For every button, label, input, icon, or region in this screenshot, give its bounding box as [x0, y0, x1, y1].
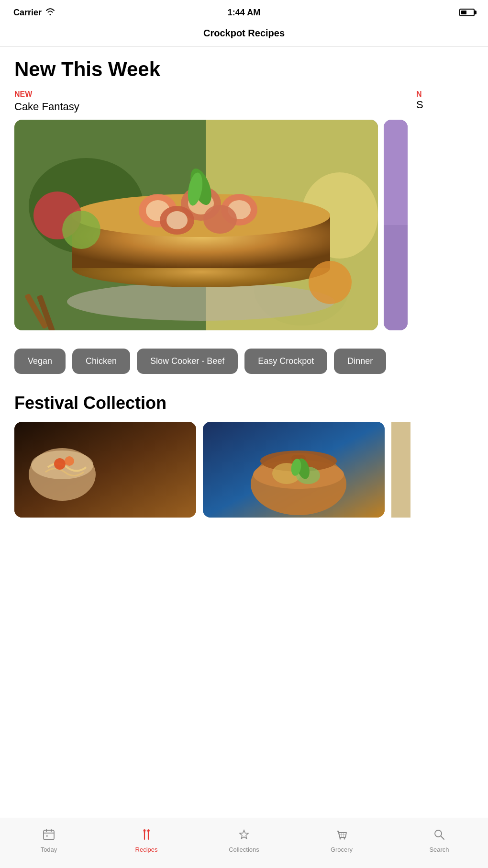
festival-card-1[interactable]	[14, 422, 196, 518]
festival-collection-section: Festival Collection	[0, 383, 488, 525]
tab-today-label: Today	[41, 846, 57, 853]
recipe-badge-secondary: N	[416, 90, 422, 99]
recipe-info-primary: NEW Cake Fantasy	[14, 90, 416, 120]
svg-rect-41	[391, 422, 410, 518]
battery-indicator	[459, 9, 475, 16]
svg-line-52	[441, 836, 444, 840]
festival-collection-title: Festival Collection	[14, 393, 474, 413]
recipe-info-secondary: N S	[416, 90, 445, 120]
svg-point-50	[344, 838, 345, 840]
tag-easy-crockpot[interactable]: Easy Crockpot	[244, 349, 327, 374]
svg-rect-26	[384, 120, 408, 225]
tag-slow-cooker-beef[interactable]: Slow Cooker - Beef	[137, 349, 238, 374]
recipe-badge-new: NEW	[14, 90, 416, 99]
svg-point-49	[340, 838, 341, 840]
new-this-week-title: New This Week	[14, 58, 474, 80]
recipe-card-peek[interactable]	[384, 120, 408, 330]
festival-card-2[interactable]	[203, 422, 385, 518]
tab-collections[interactable]: Collections	[195, 824, 293, 853]
svg-point-5	[67, 282, 335, 321]
tab-collections-label: Collections	[229, 846, 259, 853]
svg-point-22	[309, 261, 352, 304]
svg-point-16	[166, 211, 188, 229]
svg-point-31	[65, 456, 74, 466]
wifi-icon	[45, 8, 55, 17]
status-bar: Carrier 1:44 AM	[0, 0, 488, 23]
recipe-name-primary: Cake Fantasy	[14, 101, 416, 113]
recipe-name-secondary: S	[416, 99, 423, 111]
search-icon	[431, 826, 448, 843]
tab-today[interactable]: Today	[0, 824, 98, 853]
tag-dinner[interactable]: Dinner	[334, 349, 386, 374]
recipe-labels-row: NEW Cake Fantasy N S	[14, 90, 474, 120]
svg-rect-42	[44, 830, 54, 840]
svg-point-21	[62, 211, 100, 249]
today-icon	[40, 826, 57, 843]
svg-point-17	[203, 205, 237, 234]
tab-recipes[interactable]: Recipes	[98, 824, 195, 853]
carrier-info: Carrier	[13, 8, 55, 18]
recipe-cards-section: NEW Cake Fantasy N S	[0, 84, 488, 334]
new-this-week-header: New This Week	[0, 47, 488, 84]
festival-card-peek[interactable]	[391, 422, 410, 518]
tags-container: Vegan Chicken Slow Cooker - Beef Easy Cr…	[0, 334, 488, 383]
svg-point-30	[54, 458, 66, 470]
cake-image	[14, 120, 378, 330]
tab-grocery-label: Grocery	[331, 846, 353, 853]
tab-bar: Today Recipes Collections	[0, 818, 488, 868]
svg-rect-46	[46, 835, 48, 837]
recipe-cards-row	[14, 120, 474, 330]
tab-recipes-label: Recipes	[135, 846, 158, 853]
grocery-icon	[333, 826, 350, 843]
collections-icon	[235, 826, 253, 843]
recipes-icon	[138, 826, 155, 843]
status-time: 1:44 AM	[228, 8, 260, 18]
nav-title: Crockpot Recipes	[0, 23, 488, 47]
tab-grocery[interactable]: Grocery	[293, 824, 390, 853]
tab-search-label: Search	[429, 846, 449, 853]
battery-icon	[459, 9, 475, 16]
tag-vegan[interactable]: Vegan	[14, 349, 66, 374]
tag-chicken[interactable]: Chicken	[72, 349, 130, 374]
main-content: New This Week NEW Cake Fantasy N S	[0, 47, 488, 573]
festival-cards-row	[14, 422, 474, 518]
tab-search[interactable]: Search	[390, 824, 488, 853]
carrier-label: Carrier	[13, 8, 42, 18]
recipe-card-main[interactable]	[14, 120, 378, 330]
